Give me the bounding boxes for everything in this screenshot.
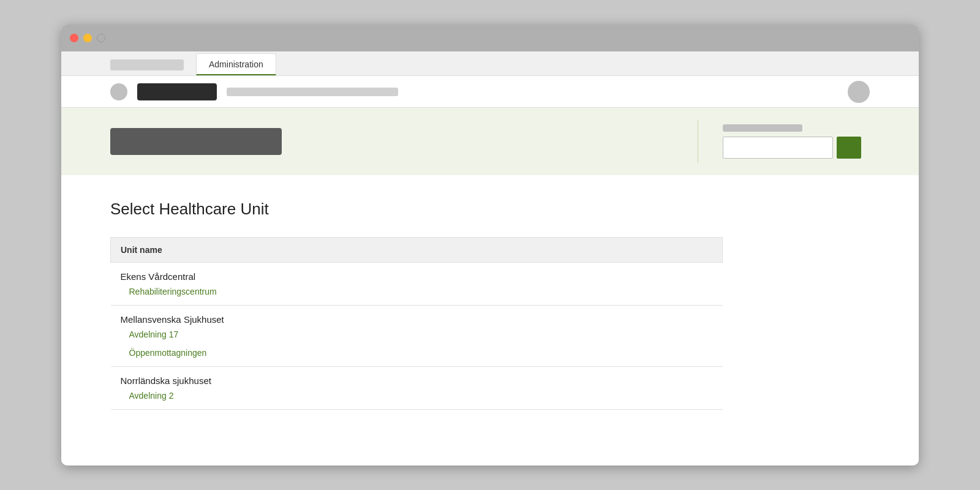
title-bar <box>61 24 919 51</box>
unit-child[interactable]: Avdelning 17 <box>111 327 723 348</box>
window-controls <box>70 34 105 42</box>
section-divider <box>698 120 698 163</box>
minimize-button[interactable] <box>83 34 92 42</box>
search-input[interactable] <box>723 137 833 159</box>
unit-parent: Mellansvenska Sjukhuset <box>111 306 723 327</box>
tab-placeholder <box>110 59 184 70</box>
page-title: Select Healthcare Unit <box>110 200 870 219</box>
toolbar <box>61 76 919 108</box>
unit-parent: Norrländska sjukhuset <box>111 367 723 388</box>
tab-label: Administration <box>209 59 263 69</box>
green-section <box>61 108 919 175</box>
close-button[interactable] <box>70 34 78 42</box>
tab-administration[interactable]: Administration <box>196 53 276 75</box>
toolbar-icon <box>110 83 127 100</box>
search-button[interactable] <box>837 137 861 159</box>
user-avatar[interactable] <box>848 81 870 103</box>
unit-child[interactable]: Öppenmottagningen <box>111 348 723 366</box>
unit-child[interactable]: Avdelning 2 <box>111 388 723 409</box>
column-header-unit-name: Unit name <box>111 238 723 263</box>
unit-group: Ekens VårdcentralRehabiliteringscentrum <box>111 263 723 306</box>
tab-bar: Administration <box>61 51 919 76</box>
browser-window: Administration Select Healthcare Unit <box>61 24 919 466</box>
main-content: Select Healthcare Unit Unit name Ekens V… <box>61 175 919 466</box>
maximize-button[interactable] <box>97 34 105 42</box>
green-action-button[interactable] <box>110 128 282 155</box>
unit-group: Mellansvenska SjukhusetAvdelning 17Öppen… <box>111 306 723 367</box>
unit-group: Norrländska sjukhusetAvdelning 2 <box>111 367 723 410</box>
green-section-left <box>110 128 673 155</box>
search-area <box>723 124 870 159</box>
toolbar-breadcrumb <box>227 88 398 96</box>
toolbar-dark-button[interactable] <box>137 83 217 100</box>
search-row <box>723 137 870 159</box>
unit-table: Unit name Ekens VårdcentralRehabiliterin… <box>110 237 723 410</box>
search-label <box>723 124 802 132</box>
unit-child[interactable]: Rehabiliteringscentrum <box>111 284 723 305</box>
unit-parent: Ekens Vårdcentral <box>111 263 723 284</box>
